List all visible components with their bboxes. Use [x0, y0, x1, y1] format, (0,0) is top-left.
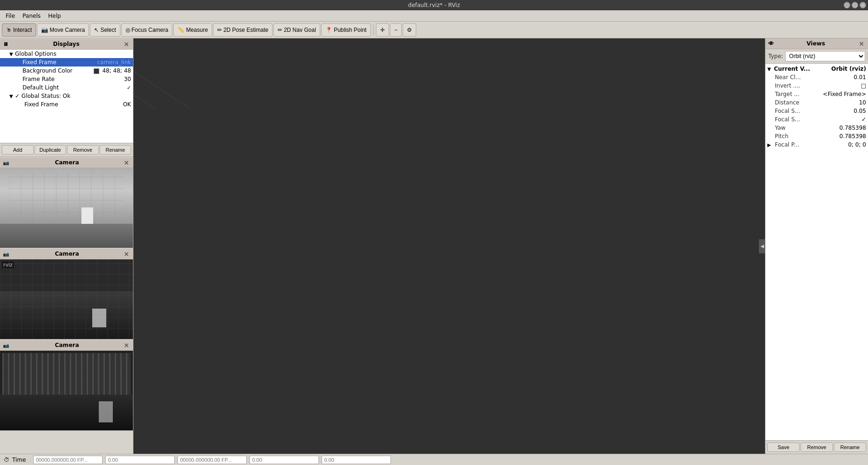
camera2-close-button[interactable]: × [123, 250, 130, 258]
measure-icon: 📏 [177, 27, 184, 33]
camera1-close-button[interactable]: × [123, 159, 130, 166]
2d-nav-button[interactable]: ✏ 2D Nav Goal [273, 23, 320, 37]
svg-line-14 [133, 95, 274, 109]
views-target[interactable]: Target ... <Fixed Frame> [765, 90, 868, 98]
svg-line-0 [133, 71, 274, 109]
settings-icon: ⚙ [407, 27, 412, 33]
status-field-2[interactable] [105, 456, 175, 464]
displays-close-button[interactable]: × [123, 40, 130, 48]
viewport-collapse-arrow[interactable]: ◀ [759, 239, 765, 253]
tree-item-frame-rate[interactable]: Frame Rate 30 [0, 75, 133, 83]
camera1-view[interactable] [0, 168, 133, 248]
views-focal-size2[interactable]: Focal S... ✓ [765, 115, 868, 124]
status-fields [33, 456, 391, 464]
menubar: File Panels Help [0, 10, 868, 22]
2d-pose-button[interactable]: ✏ 2D Pose Estimate [213, 23, 272, 37]
views-panel-title: Views [807, 40, 825, 47]
views-distance[interactable]: Distance 10 [765, 98, 868, 107]
titlebar-title: default.rviz* - RViz [408, 2, 460, 8]
interact-button[interactable]: 🖱 Interact [2, 23, 36, 37]
camera3-view[interactable] [0, 351, 133, 430]
point-icon: 📍 [325, 27, 332, 33]
move-camera-icon: 📷 [41, 27, 48, 33]
titlebar-controls: _ □ × [844, 2, 866, 8]
add-button[interactable]: Add [2, 145, 34, 155]
views-save-button[interactable]: Save [767, 443, 800, 452]
statusbar: ⏱ Time [0, 454, 868, 465]
views-focal-point[interactable]: ▶ Focal P... 0; 0; 0 [765, 140, 868, 149]
close-button[interactable]: × [860, 2, 866, 8]
viewport-3d[interactable]: ◀ [133, 38, 765, 454]
views-yaw[interactable]: Yaw 0.785398 [765, 124, 868, 132]
displays-buttons: Add Duplicate Remove Rename [0, 143, 133, 157]
rename-button[interactable]: Rename [100, 145, 132, 155]
tree-item-global-status[interactable]: ▼ ✓ Global Status: Ok [0, 92, 133, 100]
remove-button[interactable]: Remove [67, 145, 99, 155]
cursor-icon: 🖱 [6, 27, 12, 33]
toolbar-plus-button[interactable]: ✛ [376, 23, 389, 37]
menu-file[interactable]: File [2, 12, 19, 20]
svg-line-13 [133, 71, 274, 109]
views-current-section[interactable]: ▼ Current V... Orbit (rviz) [765, 65, 868, 73]
camera1-title: Camera [55, 159, 79, 166]
camera1-object [81, 207, 93, 224]
views-buttons: Save Remove Rename [765, 440, 868, 454]
views-rename-button[interactable]: Rename [834, 443, 866, 452]
nav-icon: ✏ [278, 27, 282, 33]
camera-panel-1: 📷 Camera × [0, 157, 133, 248]
select-icon: ↖ [94, 27, 99, 33]
camera2-header: 📷 Camera × [0, 248, 133, 259]
time-icon: ⏱ [4, 457, 9, 463]
camera2-icon: 📷 [3, 251, 9, 257]
toolbar-settings-button[interactable]: ⚙ [403, 23, 416, 37]
bg-color-swatch [94, 68, 99, 74]
tree-item-fixed-frame[interactable]: Fixed Frame camera_link [0, 58, 133, 66]
pose-icon: ✏ [217, 27, 222, 33]
minimize-button[interactable]: _ [844, 2, 850, 8]
camera2-view[interactable]: rviz [0, 259, 133, 339]
views-close-button[interactable]: × [858, 40, 865, 47]
camera3-header: 📷 Camera × [0, 340, 133, 351]
left-panel: 🖥 Displays × ▼ Global Options Fixed Fram… [0, 38, 133, 454]
views-panel: 👁 Views × Type: Orbit (rviz) FPS (rviz) … [765, 38, 868, 454]
svg-line-1 [133, 95, 274, 109]
maximize-button[interactable]: □ [852, 2, 858, 8]
displays-panel-header: 🖥 Displays × [0, 38, 133, 50]
camera2-label: rviz [2, 261, 14, 268]
status-field-1[interactable] [33, 456, 103, 464]
menu-help[interactable]: Help [44, 12, 65, 20]
toolbar-separator [373, 24, 374, 36]
status-field-5[interactable] [322, 456, 391, 464]
status-field-4[interactable] [250, 456, 319, 464]
menu-panels[interactable]: Panels [19, 12, 44, 20]
publish-point-button[interactable]: 📍 Publish Point [321, 23, 371, 37]
select-button[interactable]: ↖ Select [90, 23, 120, 37]
main-layout: 🖥 Displays × ▼ Global Options Fixed Fram… [0, 38, 868, 454]
focus-camera-button[interactable]: ◎ Focus Camera [121, 23, 173, 37]
status-field-3[interactable] [177, 456, 247, 464]
tree-item-default-light[interactable]: Default Light ✓ [0, 83, 133, 92]
fixed-frame-value: camera_link [97, 59, 131, 66]
views-panel-header: 👁 Views × [765, 38, 868, 49]
views-type-row: Type: Orbit (rviz) FPS (rviz) ThirdPerso… [765, 49, 868, 64]
displays-panel: 🖥 Displays × ▼ Global Options Fixed Fram… [0, 38, 133, 157]
views-remove-button[interactable]: Remove [801, 443, 833, 452]
tree-item-background-color[interactable]: Background Color 48; 48; 48 [0, 66, 133, 75]
move-camera-button[interactable]: 📷 Move Camera [37, 23, 89, 37]
fixed-frame-label: Fixed Frame [22, 59, 97, 66]
duplicate-button[interactable]: Duplicate [35, 145, 66, 155]
views-pitch[interactable]: Pitch 0.785398 [765, 132, 868, 140]
plus-icon: ✛ [380, 27, 385, 33]
views-type-dropdown[interactable]: Orbit (rviz) FPS (rviz) ThirdPersonFollo… [785, 51, 865, 61]
tree-item-fixed-frame-ok[interactable]: Fixed Frame OK [0, 100, 133, 109]
toolbar: 🖱 Interact 📷 Move Camera ↖ Select ◎ Focu… [0, 22, 868, 38]
displays-panel-title: Displays [53, 41, 80, 47]
views-focal-size1[interactable]: Focal S... 0.05 [765, 107, 868, 115]
camera3-close-button[interactable]: × [123, 341, 130, 349]
tree-item-global-options[interactable]: ▼ Global Options [0, 50, 133, 58]
toolbar-minus-button[interactable]: − [390, 23, 402, 37]
measure-button[interactable]: 📏 Measure [173, 23, 212, 37]
views-near-clip[interactable]: Near Cl... 0.01 [765, 73, 868, 81]
views-invert[interactable]: Invert .... □ [765, 81, 868, 90]
viewport-grid [133, 38, 274, 109]
